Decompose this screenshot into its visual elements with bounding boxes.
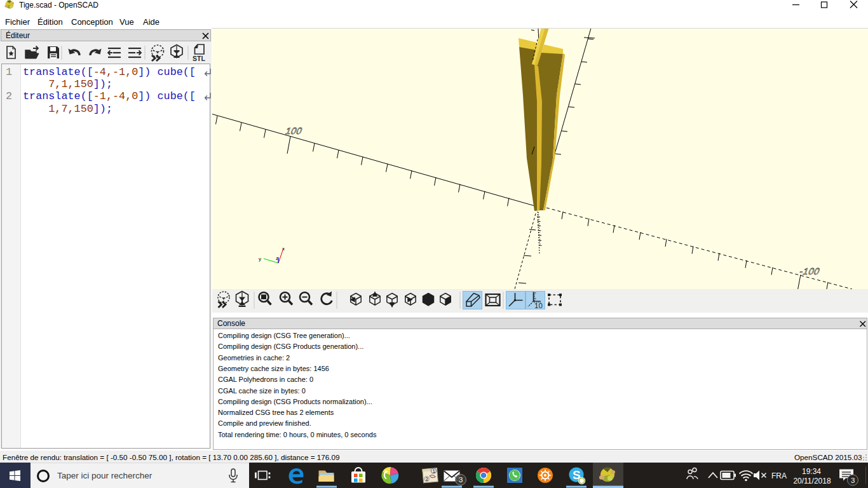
svg-text:y: y [259, 256, 261, 262]
svg-text:19:34: 19:34 [802, 467, 821, 476]
svg-text:3: 3 [851, 477, 855, 484]
svg-text:-100: -100 [798, 266, 822, 276]
svg-text:STL: STL [193, 55, 205, 62]
svg-text:z: z [276, 255, 278, 261]
svg-text:20/11/2018: 20/11/2018 [793, 477, 831, 485]
svg-text:10: 10 [534, 302, 543, 309]
svg-text:x: x [282, 246, 285, 252]
svg-text:FRA: FRA [771, 471, 787, 480]
svg-text:3: 3 [459, 476, 463, 484]
svg-text:100: 100 [284, 125, 304, 135]
